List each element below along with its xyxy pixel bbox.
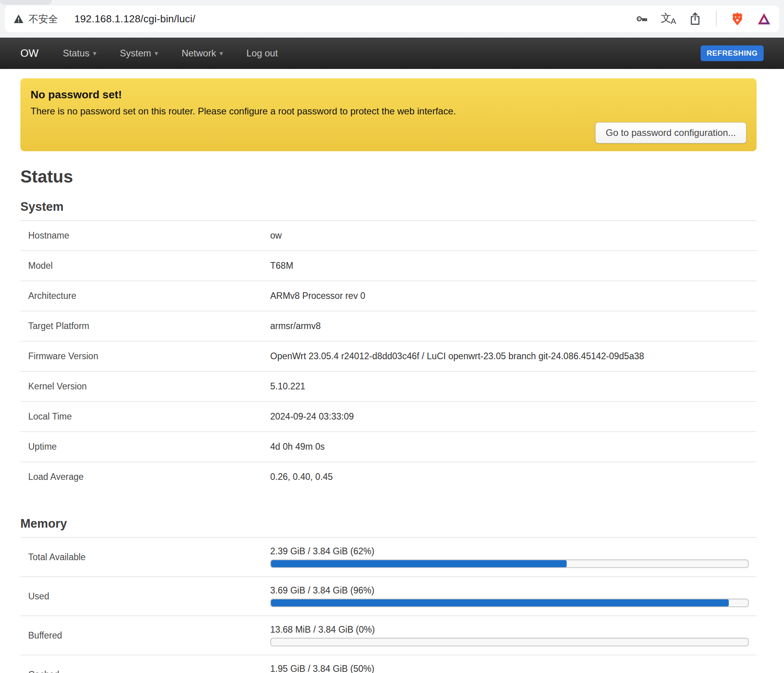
row-value: 5.10.221 [270, 381, 305, 392]
row-label: Hostname [20, 230, 270, 241]
row-label: Total Available [20, 552, 270, 563]
row-value: 2024-09-24 03:33:09 [270, 411, 354, 422]
row-value: 4d 0h 49m 0s [270, 441, 325, 452]
tab-strip-remnant [0, 0, 52, 5]
row-label: Architecture [20, 291, 270, 301]
no-password-alert: No password set! There is no password se… [20, 78, 757, 151]
system-table: Hostname ow Model T68M Architecture ARMv… [20, 220, 757, 492]
row-label: Uptime [20, 441, 270, 452]
progress-bar-fill [271, 560, 567, 567]
nav-item-network[interactable]: Network▾ [182, 48, 223, 59]
nav-item-logout[interactable]: Log out [246, 48, 278, 59]
table-row: Buffered 13.68 MiB / 3.84 GiB (0%) [20, 616, 757, 655]
share-icon[interactable] [688, 12, 702, 25]
progress-bar [270, 599, 749, 607]
key-icon[interactable] [635, 12, 649, 25]
address-bar[interactable]: 不安全 192.168.1.128/cgi-bin/luci/ 文A [5, 5, 779, 32]
table-row: Used 3.69 GiB / 3.84 GiB (96%) [20, 577, 757, 616]
table-row: Model T68M [20, 251, 757, 281]
alert-message: There is no password set on this router.… [31, 106, 746, 117]
table-row: Local Time 2024-09-24 03:33:09 [20, 402, 757, 432]
warning-triangle-icon [13, 14, 24, 24]
page-title: Status [20, 167, 757, 186]
progress-bar [270, 559, 749, 568]
table-row: Kernel Version 5.10.221 [20, 372, 757, 402]
browser-toolbar: 不安全 192.168.1.128/cgi-bin/luci/ 文A [0, 0, 784, 38]
table-row: Total Available 2.39 GiB / 3.84 GiB (62%… [20, 538, 757, 577]
memory-section-heading: Memory [20, 517, 757, 531]
brave-shield-icon[interactable] [731, 12, 744, 25]
row-label: Kernel Version [20, 381, 270, 392]
row-value: ow [270, 230, 282, 241]
site-security-chip[interactable]: 不安全 [13, 13, 58, 25]
main-navbar: OW Status▾ System▾ Network▾ Log out REFR… [0, 38, 784, 69]
memory-value: 3.69 GiB / 3.84 GiB (96%) [270, 585, 757, 596]
row-label: Local Time [20, 411, 270, 422]
url-text[interactable]: 192.168.1.128/cgi-bin/luci/ [74, 13, 635, 25]
row-label: Target Platform [20, 321, 270, 331]
chevron-down-icon: ▾ [220, 49, 223, 58]
table-row: Uptime 4d 0h 49m 0s [20, 432, 757, 462]
row-label: Cached [20, 669, 270, 673]
row-value: T68M [270, 261, 293, 271]
table-row: Load Average 0.26, 0.40, 0.45 [20, 462, 757, 492]
system-section-heading: System [20, 200, 757, 214]
row-label: Load Average [20, 472, 270, 482]
memory-table: Total Available 2.39 GiB / 3.84 GiB (62%… [20, 537, 757, 673]
table-row: Architecture ARMv8 Processor rev 0 [20, 281, 757, 311]
refreshing-toggle[interactable]: REFRESHING [701, 45, 764, 61]
table-row: Firmware Version OpenWrt 23.05.4 r24012-… [20, 342, 757, 372]
go-to-password-configuration-button[interactable]: Go to password configuration... [595, 122, 746, 143]
row-value: OpenWrt 23.05.4 r24012-d8dd03c46f / LuCI… [270, 351, 644, 362]
page-content: No password set! There is no password se… [0, 78, 784, 673]
chevron-down-icon: ▾ [155, 49, 158, 58]
progress-bar [270, 638, 749, 646]
table-row: Hostname ow [20, 221, 757, 251]
row-label: Firmware Version [20, 351, 270, 362]
row-value: ARMv8 Processor rev 0 [270, 291, 365, 301]
row-label: Used [20, 591, 270, 602]
memory-value: 2.39 GiB / 3.84 GiB (62%) [270, 546, 757, 557]
chevron-down-icon: ▾ [93, 49, 97, 58]
row-value: armsr/armv8 [270, 321, 321, 331]
translate-icon[interactable]: 文A [662, 12, 675, 25]
table-row: Target Platform armsr/armv8 [20, 311, 757, 342]
security-label: 不安全 [29, 13, 58, 25]
nav-item-status[interactable]: Status▾ [63, 48, 97, 59]
brand-logo[interactable]: OW [20, 47, 39, 60]
row-value: 0.26, 0.40, 0.45 [270, 472, 333, 482]
toolbar-divider [716, 11, 717, 27]
row-label: Model [20, 261, 270, 271]
memory-value: 1.95 GiB / 3.84 GiB (50%) [270, 664, 757, 673]
browser-window: 不安全 192.168.1.128/cgi-bin/luci/ 文A [0, 0, 784, 673]
alert-title: No password set! [31, 89, 746, 101]
bat-triangle-icon[interactable] [757, 12, 771, 25]
nav-item-system[interactable]: System▾ [120, 48, 158, 59]
memory-value: 13.68 MiB / 3.84 GiB (0%) [270, 624, 757, 635]
row-label: Buffered [20, 630, 270, 641]
table-row: Cached 1.95 GiB / 3.84 GiB (50%) [20, 655, 757, 673]
progress-bar-fill [271, 599, 729, 606]
